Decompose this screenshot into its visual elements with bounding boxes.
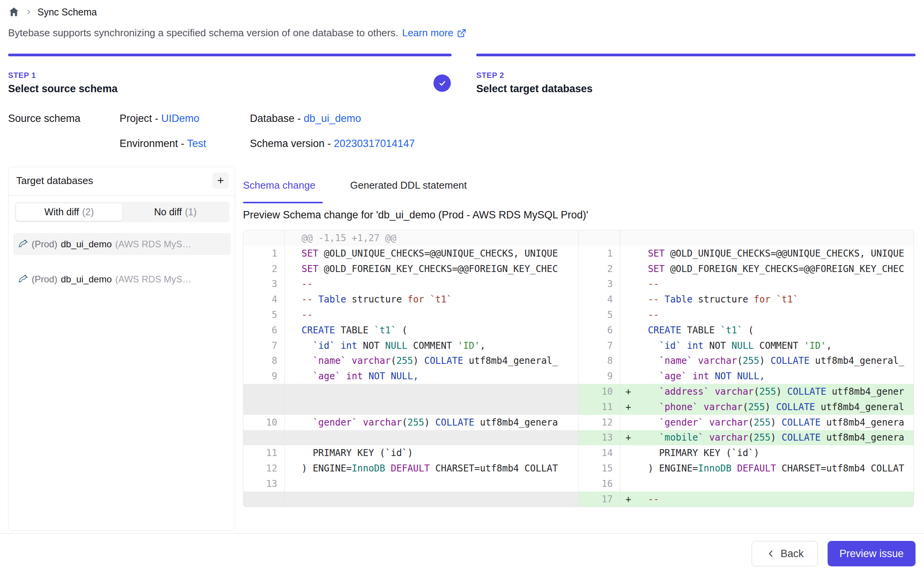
diff-line-number: 13 <box>579 430 620 446</box>
schema-version-link[interactable]: 20230317014147 <box>334 138 415 149</box>
diff-code-line: SET @OLD_FOREIGN_KEY_CHECKS=@@FOREIGN_KE… <box>639 264 914 274</box>
diff-code-line: PRIMARY KEY (`id`) <box>285 448 578 458</box>
diff-line-number: 16 <box>579 476 620 492</box>
target-databases-panel: Target databases + With diff(2) No diff(… <box>8 167 235 531</box>
diff-code-line: `address` varchar(255) COLLATE utf8mb4_g… <box>639 386 914 397</box>
diff-row: 12 `gender` varchar(255) COLLATE utf8mb4… <box>579 415 914 430</box>
db-instance: (AWS RDS MyS… <box>115 239 192 250</box>
diff-added-row: 13+ `mobile` varchar(255) COLLATE utf8mb… <box>579 430 914 446</box>
tab-no-diff[interactable]: No diff(1) <box>123 203 229 221</box>
intro-text: Bytebase supports synchronizing a specif… <box>8 27 398 39</box>
tab-generated-ddl[interactable]: Generated DDL statement <box>350 179 467 191</box>
diff-line-number: 9 <box>243 368 285 384</box>
diff-line-number <box>243 384 285 399</box>
diff-line-number: 5 <box>243 307 285 323</box>
step2-progress-bar <box>476 54 916 56</box>
diff-hunk-header-spacer <box>579 230 914 246</box>
diff-change-marker: + <box>620 386 639 397</box>
environment-field: Environment - Test <box>120 138 206 150</box>
step2-header: STEP 2 Select target databases <box>476 71 593 95</box>
diff-line-number: 3 <box>579 277 620 292</box>
diff-row: 13 <box>243 476 578 492</box>
diff-code-line: `id` int NOT NULL COMMENT 'ID', <box>639 340 914 351</box>
tab-with-diff[interactable]: With diff(2) <box>16 203 123 221</box>
diff-row: 7 `id` int NOT NULL COMMENT 'ID', <box>579 338 914 353</box>
project-link[interactable]: UIDemo <box>161 113 199 124</box>
diff-line-number: 7 <box>579 338 620 353</box>
diff-filter-segmented-control: With diff(2) No diff(1) <box>15 202 229 222</box>
diff-pane-source[interactable]: @@ -1,15 +1,27 @@ 1SET @OLD_UNIQUE_CHECK… <box>243 230 578 507</box>
diff-row: 9 `age` int NOT NULL, <box>579 368 914 384</box>
diff-code-line: -- <box>639 309 914 320</box>
diff-code-line: SET @OLD_UNIQUE_CHECKS=@@UNIQUE_CHECKS, … <box>285 248 578 259</box>
diff-row: 11 PRIMARY KEY (`id`) <box>243 445 578 461</box>
mysql-icon <box>18 274 28 284</box>
diff-pane-target[interactable]: 1SET @OLD_UNIQUE_CHECKS=@@UNIQUE_CHECKS,… <box>578 230 914 507</box>
diff-row: 16 <box>579 476 914 492</box>
schema-diff-viewer: @@ -1,15 +1,27 @@ 1SET @OLD_UNIQUE_CHECK… <box>243 230 914 507</box>
diff-row: 2SET @OLD_FOREIGN_KEY_CHECKS=@@FOREIGN_K… <box>243 261 578 277</box>
add-target-database-button[interactable]: + <box>212 172 229 189</box>
diff-line-number: 7 <box>243 338 285 353</box>
learn-more-link[interactable]: Learn more <box>402 27 467 39</box>
diff-line-number: 4 <box>243 292 285 307</box>
diff-change-marker: + <box>620 402 639 412</box>
target-databases-title: Target databases <box>16 175 93 187</box>
target-database-item[interactable]: (Prod) db_ui_demo (AWS RDS MyS… <box>13 233 231 255</box>
diff-line-number <box>243 492 285 507</box>
diff-row: 2SET @OLD_FOREIGN_KEY_CHECKS=@@FOREIGN_K… <box>579 261 914 277</box>
target-database-item[interactable]: (Prod) db_ui_demo (AWS RDS MyS… <box>13 268 231 290</box>
diff-row: 14 PRIMARY KEY (`id`) <box>579 445 914 461</box>
step1-progress-bar <box>8 54 452 56</box>
step2-title: Select target databases <box>476 83 593 95</box>
diff-code-line: `name` varchar(255) COLLATE utf8mb4_gene… <box>639 355 914 366</box>
diff-code-line: SET @OLD_UNIQUE_CHECKS=@@UNIQUE_CHECKS, … <box>639 248 914 259</box>
diff-code-line: -- <box>639 279 914 289</box>
no-diff-count: (1) <box>185 206 197 218</box>
footer-divider <box>0 533 924 534</box>
diff-added-row: 17+-- <box>579 492 914 507</box>
diff-code-line: `age` int NOT NULL, <box>285 371 578 382</box>
diff-code-line: `age` int NOT NULL, <box>639 371 914 382</box>
diff-line-number: 12 <box>243 461 285 476</box>
db-environment: (Prod) <box>32 274 57 285</box>
tab-schema-change[interactable]: Schema change <box>243 179 315 191</box>
db-name: db_ui_demo <box>61 239 112 250</box>
back-button[interactable]: Back <box>752 541 818 566</box>
diff-hunk-header: @@ -1,15 +1,27 @@ <box>243 230 578 246</box>
diff-row: 8 `name` varchar(255) COLLATE utf8mb4_ge… <box>243 353 578 369</box>
diff-line-number: 8 <box>243 353 285 369</box>
with-diff-count: (2) <box>82 206 94 218</box>
preview-issue-button[interactable]: Preview issue <box>828 541 916 566</box>
diff-change-marker: + <box>620 494 639 505</box>
chevron-left-icon <box>766 549 776 559</box>
diff-row: 5-- <box>243 307 578 323</box>
db-environment: (Prod) <box>32 239 57 250</box>
diff-line-number: 11 <box>579 399 620 415</box>
diff-row: 3-- <box>579 277 914 292</box>
db-instance: (AWS RDS MyS… <box>115 274 192 285</box>
diff-code-line: `gender` varchar(255) COLLATE utf8mb4_ge… <box>285 417 578 428</box>
diff-filler-row <box>243 430 578 446</box>
diff-row: 4-- Table structure for `t1` <box>579 292 914 307</box>
diff-filler-row <box>243 384 578 399</box>
database-field: Database - db_ui_demo <box>250 113 361 125</box>
diff-code-line: `id` int NOT NULL COMMENT 'ID', <box>285 340 578 351</box>
diff-code-line: ) ENGINE=InnoDB DEFAULT CHARSET=utf8mb4 … <box>285 463 578 474</box>
home-icon[interactable] <box>8 6 20 18</box>
diff-code-line: -- Table structure for `t1` <box>285 294 578 305</box>
database-link[interactable]: db_ui_demo <box>304 113 361 124</box>
diff-line-number: 6 <box>579 323 620 338</box>
chevron-right-icon: › <box>27 5 30 17</box>
diff-line-number: 2 <box>243 261 285 277</box>
diff-filler-row <box>243 492 578 507</box>
diff-code-line: -- Table structure for `t1` <box>639 294 914 305</box>
environment-link[interactable]: Test <box>187 138 206 149</box>
diff-row: 7 `id` int NOT NULL COMMENT 'ID', <box>243 338 578 353</box>
external-link-icon <box>457 28 467 38</box>
diff-code-line: CREATE TABLE `t1` ( <box>285 325 578 336</box>
diff-line-number: 15 <box>579 461 620 476</box>
diff-line-number: 8 <box>579 353 620 369</box>
diff-line-number: 4 <box>579 292 620 307</box>
diff-code-line: CREATE TABLE `t1` ( <box>639 325 914 336</box>
